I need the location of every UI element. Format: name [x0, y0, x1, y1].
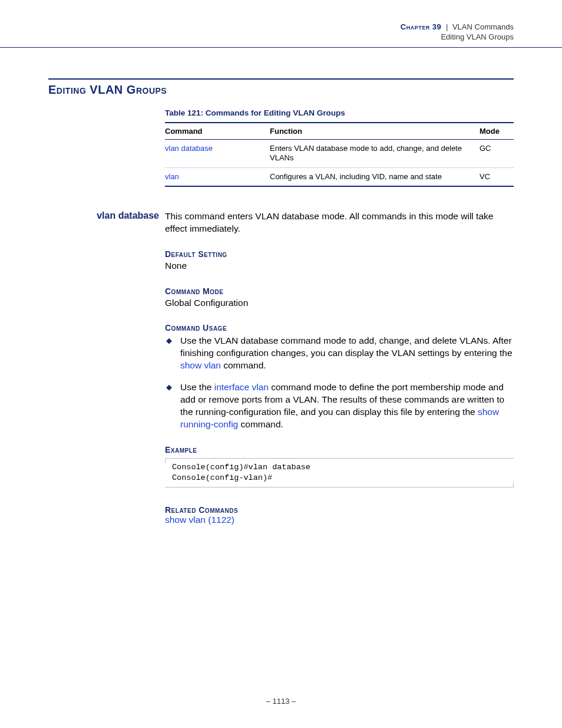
- chapter-title: VLAN Commands: [452, 22, 514, 31]
- usage-list: Use the VLAN database command mode to ad…: [165, 335, 514, 430]
- command-usage-heading: Command Usage: [165, 323, 514, 332]
- section-rule: [48, 78, 514, 80]
- entry-row: vlan database This command enters VLAN d…: [48, 210, 514, 235]
- commands-table: Command Function Mode vlan database Ente…: [165, 122, 514, 187]
- example-code: Console(config)#vlan database Console(co…: [165, 458, 514, 487]
- entry-name: vlan database: [48, 210, 165, 221]
- example-heading: Example: [165, 445, 514, 454]
- cell-mode: VC: [480, 167, 514, 186]
- usage-text: Use the: [180, 382, 214, 392]
- table-row: vlan database Enters VLAN database mode …: [165, 140, 514, 168]
- page: Chapter 39 | VLAN Commands Editing VLAN …: [0, 0, 562, 728]
- usage-text: Use the VLAN database command mode to ad…: [180, 335, 513, 358]
- cell-mode: GC: [480, 140, 514, 168]
- table-header-row: Command Function Mode: [165, 123, 514, 140]
- default-setting-value: None: [165, 260, 514, 272]
- section-title: Editing VLAN Groups: [48, 83, 514, 97]
- command-mode-value: Global Configuration: [165, 297, 514, 309]
- header-subtitle: Editing VLAN Groups: [48, 32, 514, 41]
- table-block: Table 121: Commands for Editing VLAN Gro…: [165, 108, 514, 187]
- th-command: Command: [165, 123, 270, 140]
- command-link-vlan[interactable]: vlan: [165, 172, 179, 181]
- th-function: Function: [270, 123, 480, 140]
- usage-text: command.: [238, 419, 283, 429]
- chapter-separator: |: [446, 22, 448, 31]
- cell-function: Configures a VLAN, including VID, name a…: [270, 167, 480, 186]
- command-entry-vlan-database: vlan database This command enters VLAN d…: [48, 210, 514, 526]
- usage-text: command.: [221, 360, 266, 370]
- cell-function: Enters VLAN database mode to add, change…: [270, 140, 480, 168]
- link-interface-vlan[interactable]: interface vlan: [214, 382, 269, 392]
- related-commands-heading: Related Commands: [165, 505, 514, 515]
- list-item: Use the interface vlan command mode to d…: [165, 381, 514, 431]
- default-setting-heading: Default Setting: [165, 249, 514, 259]
- table-caption: Table 121: Commands for Editing VLAN Gro…: [165, 108, 514, 117]
- page-header: Chapter 39 | VLAN Commands Editing VLAN …: [0, 0, 562, 41]
- command-link-vlan-database[interactable]: vlan database: [165, 144, 213, 153]
- command-mode-heading: Command Mode: [165, 286, 514, 296]
- entry-details: Default Setting None Command Mode Global…: [165, 249, 514, 526]
- table-row: vlan Configures a VLAN, including VID, n…: [165, 167, 514, 186]
- entry-description: This command enters VLAN database mode. …: [165, 210, 514, 235]
- content: Editing VLAN Groups Table 121: Commands …: [0, 48, 562, 525]
- list-item: Use the VLAN database command mode to ad…: [165, 335, 514, 372]
- header-line-1: Chapter 39 | VLAN Commands: [48, 22, 514, 31]
- page-number: – 1113 –: [0, 697, 562, 706]
- link-show-vlan[interactable]: show vlan: [180, 360, 221, 370]
- chapter-label: Chapter 39: [401, 22, 441, 31]
- th-mode: Mode: [480, 123, 514, 140]
- link-related-show-vlan[interactable]: show vlan (1122): [165, 515, 514, 525]
